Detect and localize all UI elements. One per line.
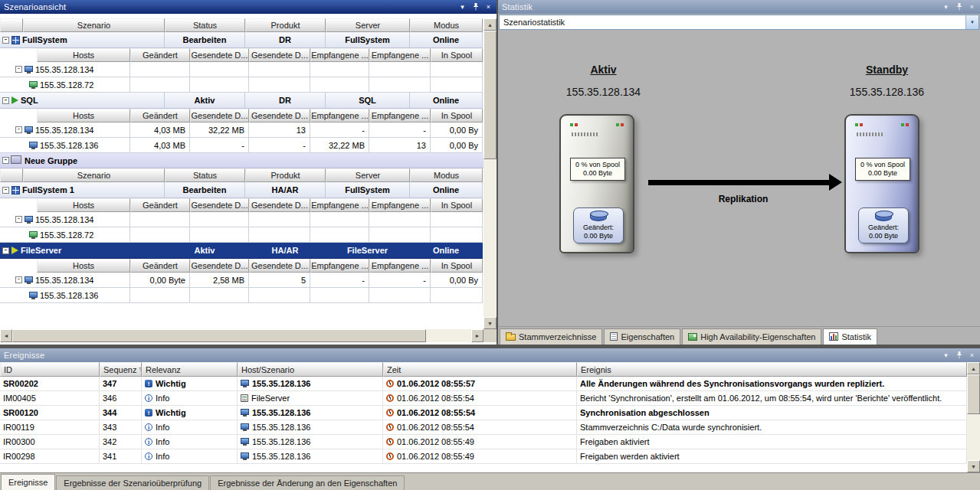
scenario-panel-titlebar[interactable]: Szenarioansicht ▾ × bbox=[0, 0, 497, 14]
relevance-label: Wichtig bbox=[156, 408, 186, 417]
event-row[interactable]: IM00405346InfoFileServer01.06.2012 08:55… bbox=[0, 391, 967, 406]
scenario-produkt: HA/AR bbox=[245, 243, 326, 259]
host-column-header: Gesendete D... bbox=[190, 259, 249, 273]
tab-ergebnisse-der-nderung-an-den-eigenschaften[interactable]: Ergebnisse der Änderung an den Eigenscha… bbox=[210, 475, 405, 490]
host-computer-icon bbox=[25, 126, 33, 132]
host-column-header: Gesendete D... bbox=[190, 48, 249, 62]
pin-icon[interactable] bbox=[953, 2, 965, 12]
host-name-cell: 155.35.128.136 bbox=[0, 288, 130, 303]
relevance-label: Info bbox=[156, 423, 169, 432]
dropdown-selected-value: Szenariostatistik bbox=[500, 18, 965, 27]
events-column-header-ereignis[interactable]: Ereignis bbox=[577, 362, 967, 377]
scroll-thumb[interactable] bbox=[12, 329, 426, 342]
close-icon[interactable]: × bbox=[966, 2, 978, 12]
scroll-up-icon[interactable]: ▲ bbox=[967, 362, 980, 374]
scenario-name-cell: -FullSystem 1 bbox=[0, 182, 165, 198]
event-time: 01.06.2012 08:55:57 bbox=[383, 377, 577, 390]
scroll-thumb[interactable] bbox=[483, 31, 497, 159]
host-row[interactable]: -155.35.128.134 bbox=[0, 62, 483, 77]
expand-toggle-icon[interactable]: - bbox=[2, 97, 9, 104]
pin-icon[interactable] bbox=[953, 351, 965, 361]
event-host: FileServer bbox=[238, 391, 383, 405]
scroll-right-icon[interactable]: ► bbox=[471, 329, 483, 342]
host-row[interactable]: -155.35.128.1344,03 MB32,22 MB13--0,00 B… bbox=[0, 122, 483, 138]
statistik-panel-titlebar[interactable]: Statistik ▾ × bbox=[498, 0, 980, 14]
window-menu-icon[interactable]: ▾ bbox=[457, 2, 468, 12]
dropdown-arrow-icon[interactable]: ▼ bbox=[965, 15, 978, 29]
expand-toggle-icon[interactable]: - bbox=[2, 157, 9, 164]
event-row[interactable]: IR00298341Info155.35.128.13601.06.2012 0… bbox=[0, 449, 967, 464]
events-panel-titlebar[interactable]: Ereignisse ▾ × bbox=[0, 348, 980, 362]
host-row[interactable]: 155.35.128.1364,03 MB--32,22 MB130,00 By bbox=[0, 138, 483, 153]
pin-icon[interactable] bbox=[470, 2, 481, 12]
scroll-up-icon[interactable]: ▲ bbox=[483, 18, 497, 31]
scenario-row[interactable]: -FileServerAktivHA/ARFileServerOnline bbox=[0, 243, 483, 259]
host-value-cell: 13 bbox=[369, 138, 431, 153]
expand-toggle-icon[interactable]: - bbox=[15, 66, 22, 73]
expand-toggle-icon[interactable]: - bbox=[15, 216, 22, 223]
event-row[interactable]: IR00119343Info155.35.128.13601.06.2012 0… bbox=[0, 420, 967, 435]
host-value-cell: 5 bbox=[249, 273, 310, 288]
computer-icon bbox=[241, 423, 249, 430]
expand-toggle-icon[interactable]: - bbox=[15, 276, 22, 283]
events-column-header-hostszenario[interactable]: Host/Szenario bbox=[238, 362, 383, 377]
scenario-vertical-scrollbar[interactable]: ▲ ▼ bbox=[483, 18, 497, 329]
expand-toggle-icon[interactable]: - bbox=[2, 247, 9, 254]
expand-toggle-icon[interactable]: - bbox=[2, 37, 9, 44]
event-row[interactable]: IR00300342Info155.35.128.13601.06.2012 0… bbox=[0, 435, 967, 449]
scenario-name-cell: -FileServer bbox=[0, 243, 165, 259]
window-menu-icon[interactable]: ▾ bbox=[940, 2, 952, 12]
tab-stammverzeichnisse[interactable]: Stammverzeichnisse bbox=[500, 328, 602, 345]
events-column-header-sequenz[interactable]: Sequenz▽ bbox=[100, 362, 142, 377]
events-column-header-zeit[interactable]: Zeit bbox=[383, 362, 577, 377]
event-row[interactable]: SR00120344Wichtig155.35.128.13601.06.201… bbox=[0, 406, 967, 420]
scroll-left-icon[interactable]: ◄ bbox=[0, 329, 12, 342]
scenario-row[interactable]: -FullSystemBearbeitenDRFullSystemOnline bbox=[0, 32, 483, 48]
host-column-header: Gesendete D... bbox=[249, 109, 310, 122]
events-column-header-relevanz[interactable]: Relevanz bbox=[142, 362, 238, 377]
host-column-header: Geändert bbox=[130, 48, 190, 62]
events-vertical-scrollbar[interactable]: ▲ ▼ bbox=[967, 362, 980, 472]
scenario-row[interactable]: -SQLAktivDRSQLOnline bbox=[0, 93, 483, 109]
time-label: 01.06.2012 08:55:54 bbox=[397, 423, 474, 432]
host-row[interactable]: 155.35.128.136 bbox=[0, 288, 483, 303]
host-value-cell: - bbox=[310, 273, 369, 288]
host-row[interactable]: -155.35.128.1340,00 Byte2,58 MB5--0,00 B… bbox=[0, 273, 483, 288]
tab-ergebnisse-der-szenario-berpr-fung[interactable]: Ergebnisse der Szenarioüberprüfung bbox=[56, 475, 209, 490]
scenario-statistics-dropdown[interactable]: Szenariostatistik ▼ bbox=[499, 15, 979, 30]
close-icon[interactable]: × bbox=[966, 351, 978, 361]
host-row[interactable]: 155.35.128.72 bbox=[0, 227, 483, 243]
event-id: IR00298 bbox=[0, 449, 100, 463]
scroll-down-icon[interactable]: ▼ bbox=[483, 317, 497, 329]
relevance-label: Wichtig bbox=[156, 379, 186, 388]
events-header-row: IDSequenz▽RelevanzHost/SzenarioZeitEreig… bbox=[0, 362, 967, 377]
close-icon[interactable]: × bbox=[483, 2, 494, 12]
scenario-row[interactable]: -FullSystem 1BearbeitenHA/ARFullSystemOn… bbox=[0, 182, 483, 198]
scenario-horizontal-scrollbar[interactable]: ◄ ► bbox=[0, 329, 483, 342]
spool-status-box: 0 % von Spool 0.00 Byte bbox=[570, 158, 625, 181]
database-icon bbox=[875, 211, 892, 221]
host-computer-icon bbox=[29, 292, 38, 298]
scenario-server: FullSystem bbox=[326, 182, 410, 198]
event-row[interactable]: SR00202347Wichtig155.35.128.13601.06.201… bbox=[0, 377, 967, 391]
scroll-down-icon[interactable]: ▼ bbox=[967, 460, 980, 472]
window-menu-icon[interactable]: ▾ bbox=[940, 351, 952, 361]
host-column-header: Empfangene ... bbox=[369, 48, 431, 62]
important-icon bbox=[145, 380, 152, 387]
host-row[interactable]: 155.35.128.72 bbox=[0, 77, 483, 93]
host-column-header: Hosts bbox=[37, 109, 130, 122]
host-row[interactable]: -155.35.128.134 bbox=[0, 212, 483, 227]
scroll-thumb[interactable] bbox=[967, 374, 980, 414]
events-column-header-id[interactable]: ID bbox=[0, 362, 100, 377]
column-header-modus: Modus bbox=[410, 18, 483, 32]
tab-statistik[interactable]: Statistik bbox=[823, 328, 877, 345]
expand-toggle-icon[interactable]: - bbox=[2, 187, 9, 194]
tab-ereignisse[interactable]: Ereignisse bbox=[1, 474, 55, 490]
tab-eigenschaften[interactable]: Eigenschaften bbox=[604, 328, 680, 345]
group-row[interactable]: -Neue Gruppe bbox=[0, 153, 483, 168]
event-relevance: Wichtig bbox=[142, 406, 238, 420]
expand-toggle-icon[interactable]: - bbox=[15, 126, 22, 133]
tab-high-availability-eigenschaften[interactable]: High Availability-Eigenschaften bbox=[682, 328, 821, 345]
host-value-cell: 32,22 MB bbox=[190, 122, 249, 138]
host-column-header: In Spool bbox=[431, 198, 483, 212]
